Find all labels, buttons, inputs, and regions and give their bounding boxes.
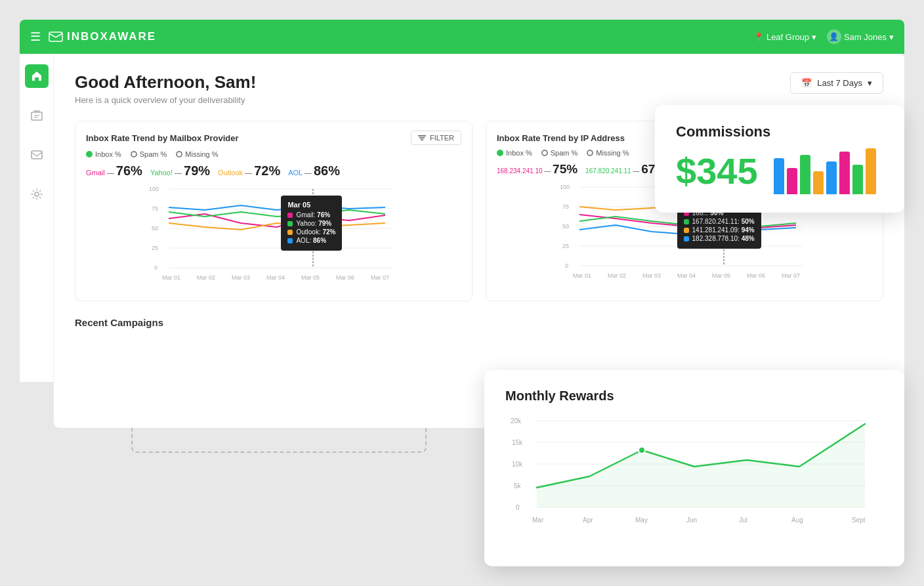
provider-gmail: Gmail — 76%	[86, 163, 142, 178]
svg-text:25: 25	[152, 245, 158, 251]
sidebar-item-home[interactable]	[25, 64, 49, 88]
hamburger-menu[interactable]: ☰	[30, 30, 41, 44]
org-chevron-icon: ▾	[812, 32, 816, 42]
svg-text:Mar 07: Mar 07	[782, 272, 800, 279]
svg-text:Mar 07: Mar 07	[371, 274, 389, 281]
ip-1: 168.234.241.10 — 75%	[497, 162, 578, 177]
svg-rect-1	[32, 112, 42, 120]
tooltip1-gmail: Gmail: 76%	[287, 211, 335, 219]
svg-text:75: 75	[562, 203, 569, 210]
chart1-svg-wrap: 100 75 50 25 0 Mar 01 Mar 02 Ma	[86, 182, 461, 290]
reports-icon	[31, 110, 43, 121]
pin-icon: 📍	[753, 32, 764, 42]
user-menu[interactable]: 👤 Sam Jones ▾	[827, 30, 894, 44]
tooltip-aol-label: AOL: 86%	[296, 237, 326, 244]
tooltip1-yahoo: Yahoo: 79%	[287, 220, 335, 227]
spam2-dot	[541, 150, 548, 156]
svg-text:Mar 01: Mar 01	[573, 272, 591, 279]
top-nav: ☰ INBOXAWARE 📍 Leaf Group ▾ 👤 Sam Jones …	[20, 20, 904, 54]
tooltip2-ip2-label: 167.820.241.11: 50%	[692, 218, 755, 225]
provider-aol: AOL — 86%	[288, 163, 340, 178]
svg-text:Mar: Mar	[532, 516, 544, 524]
legend-missing-label: Missing %	[185, 150, 218, 158]
svg-text:0: 0	[154, 264, 158, 271]
comm-bar-2	[787, 168, 797, 194]
svg-text:0: 0	[516, 504, 520, 511]
date-range-picker[interactable]: 📅 Last 7 Days ▾	[790, 72, 883, 94]
commissions-content: $345	[676, 148, 883, 194]
svg-text:Mar 06: Mar 06	[336, 274, 354, 281]
inbox-icon	[49, 31, 63, 42]
greeting-section: Good Afternoon, Sam! Here is a quick ove…	[75, 72, 256, 105]
filter-button[interactable]: FILTER	[411, 131, 461, 145]
home-icon	[31, 70, 43, 82]
org-label: Leaf Group	[766, 32, 809, 42]
svg-text:Mar 05: Mar 05	[301, 274, 320, 281]
page-subtitle: Here is a quick overview of your deliver…	[75, 95, 256, 105]
tooltip2-ip3-color	[684, 228, 689, 233]
org-selector[interactable]: 📍 Leaf Group ▾	[753, 32, 816, 42]
svg-text:Mar 02: Mar 02	[608, 272, 626, 279]
tooltip2-ip4: 182.328.778.10: 48%	[684, 235, 755, 242]
svg-text:Apr: Apr	[583, 516, 593, 524]
recent-campaigns-title: Recent Campaigns	[75, 317, 883, 328]
comm-bar-3	[800, 155, 810, 194]
svg-text:20k: 20k	[511, 417, 522, 425]
tooltip2-ip2: 167.820.241.11: 50%	[684, 218, 755, 225]
nav-right: 📍 Leaf Group ▾ 👤 Sam Jones ▾	[753, 30, 894, 44]
sidebar-item-mail[interactable]	[25, 143, 49, 167]
sidebar-item-settings[interactable]	[25, 182, 49, 206]
inbox-dot	[86, 151, 93, 157]
nav-logo: INBOXAWARE	[49, 30, 156, 43]
ip-2: 167.820.241.11 — 67%	[585, 162, 666, 177]
missing2-dot	[587, 150, 593, 156]
svg-text:Mar 04: Mar 04	[266, 274, 285, 281]
tooltip-aol-color	[287, 238, 293, 243]
tooltip2-ip2-color	[684, 219, 689, 224]
tooltip2-ip4-label: 182.328.778.10: 48%	[692, 235, 755, 242]
tooltip1-title: Mar 05	[287, 201, 335, 209]
legend-spam-label: Spam %	[140, 150, 167, 158]
may-highlight-dot	[639, 447, 645, 453]
legend2-missing-label: Missing %	[596, 149, 629, 157]
svg-text:Jun: Jun	[686, 516, 697, 524]
provider-yahoo: Yahoo! — 79%	[150, 163, 210, 178]
calendar-icon: 📅	[801, 78, 812, 88]
date-chevron-icon: ▾	[868, 78, 872, 88]
svg-text:Mar 05: Mar 05	[712, 272, 730, 279]
sidebar	[20, 54, 54, 382]
sidebar-item-reports[interactable]	[25, 104, 49, 127]
commissions-card: Commissions $345	[655, 105, 904, 213]
svg-text:5k: 5k	[514, 482, 522, 490]
chart1-legend: Inbox % Spam % Missing %	[86, 150, 461, 158]
legend2-spam-label: Spam %	[551, 149, 578, 157]
page-title: Good Afternoon, Sam!	[75, 72, 256, 93]
legend2-spam: Spam %	[541, 149, 578, 157]
chart1-tooltip: Mar 05 Gmail: 76% Yahoo: 79% Outlook: 72…	[281, 196, 342, 251]
svg-rect-0	[49, 32, 62, 41]
user-avatar-icon: 👤	[827, 30, 841, 44]
filter-label: FILTER	[430, 134, 454, 142]
chart2-title: Inbox Rate Trend by IP Address	[497, 133, 625, 143]
svg-text:15k: 15k	[512, 439, 523, 446]
chart1-header: Inbox Rate Trend by Mailbox Provider FIL…	[86, 132, 461, 145]
comm-bar-1	[774, 158, 784, 194]
chart1-svg: 100 75 50 25 0 Mar 01 Mar 02 Ma	[86, 182, 461, 287]
legend-inbox-label: Inbox %	[95, 150, 121, 158]
chart1-providers: Gmail — 76% Yahoo! — 79% Outlook — 72% A…	[86, 163, 461, 178]
svg-text:10k: 10k	[512, 461, 523, 468]
tooltip1-outlook: Outlook: 72%	[287, 228, 335, 236]
commissions-bar-chart	[774, 148, 876, 194]
comm-bar-8	[866, 148, 876, 194]
svg-text:Mar 04: Mar 04	[677, 272, 696, 279]
legend-spam: Spam %	[131, 150, 167, 158]
page-header: Good Afternoon, Sam! Here is a quick ove…	[75, 72, 883, 105]
svg-rect-4	[32, 151, 42, 159]
svg-text:50: 50	[562, 223, 569, 230]
provider-outlook: Outlook — 72%	[218, 163, 280, 178]
date-range-label: Last 7 Days	[817, 78, 862, 88]
legend2-inbox: Inbox %	[497, 149, 532, 157]
svg-text:75: 75	[152, 205, 158, 212]
svg-text:Mar 03: Mar 03	[642, 272, 661, 279]
logo-text: INBOXAWARE	[67, 30, 156, 43]
